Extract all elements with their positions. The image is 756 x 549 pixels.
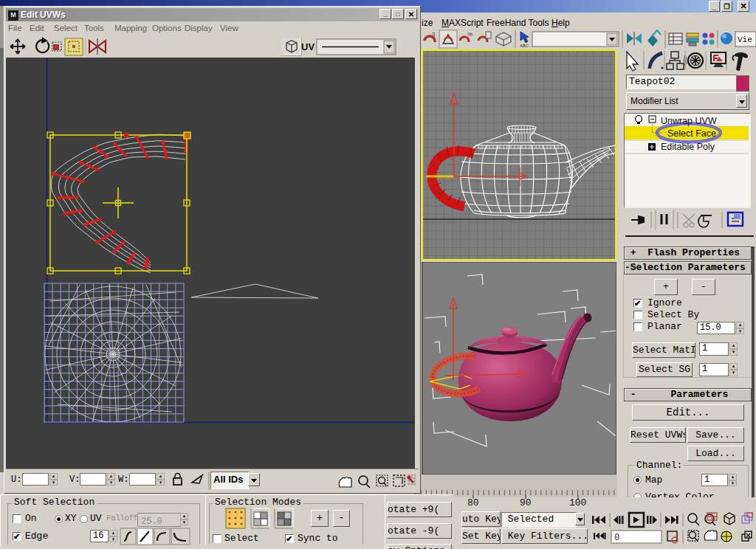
svg-text:3: 3 (432, 31, 436, 38)
svg-text:Vie: Vie (738, 35, 752, 44)
svg-text:%: % (467, 31, 472, 38)
svg-text:0: 0 (614, 533, 619, 543)
svg-text:UV: UV (301, 41, 315, 52)
svg-text:ABC: ABC (520, 44, 529, 48)
